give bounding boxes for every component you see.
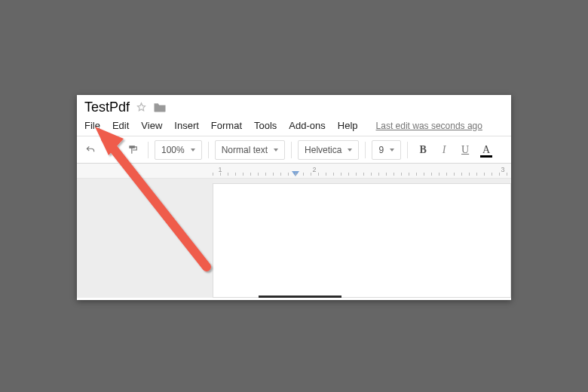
ruler-tick [446, 173, 447, 176]
ruler-tick [296, 173, 296, 176]
italic-button[interactable]: I [435, 140, 453, 160]
ruler-tick [454, 173, 455, 176]
paint-roller-icon [127, 144, 138, 156]
document-area [77, 179, 511, 298]
menubar: File Edit View Insert Format Tools Add-o… [77, 117, 511, 136]
document-title[interactable]: TestPdf [84, 100, 130, 115]
redo-icon [106, 145, 118, 155]
ruler-tick [378, 173, 379, 176]
ruler-tick [439, 173, 439, 176]
menu-help[interactable]: Help [338, 120, 358, 131]
ruler-tick [303, 173, 304, 176]
paragraph-style-select[interactable]: Normal text [215, 140, 285, 160]
toolbar: 100% Normal text Helvetica 9 B I U A [77, 136, 511, 164]
ruler[interactable]: 1 2 3 [77, 164, 511, 179]
page-content-fragment [259, 296, 341, 298]
redo-button[interactable] [103, 140, 121, 160]
document-page[interactable] [213, 183, 511, 298]
menu-view[interactable]: View [141, 120, 162, 131]
ruler-tick [461, 173, 462, 176]
ruler-tick [348, 173, 349, 176]
docs-window: TestPdf File Edit View Insert Format Too… [77, 95, 511, 300]
zoom-select[interactable]: 100% [155, 140, 202, 160]
menu-edit[interactable]: Edit [112, 120, 129, 131]
folder-icon[interactable] [153, 102, 167, 113]
menu-insert[interactable]: Insert [174, 120, 199, 131]
zoom-value: 100% [161, 145, 185, 155]
chevron-down-icon [191, 149, 195, 152]
ruler-tick [318, 173, 319, 176]
bold-button[interactable]: B [414, 140, 432, 160]
last-edit-link[interactable]: Last edit was seconds ago [376, 121, 482, 131]
menu-file[interactable]: File [84, 120, 100, 131]
paint-format-button[interactable] [124, 140, 142, 160]
paragraph-style-value: Normal text [222, 145, 268, 155]
separator [407, 142, 408, 158]
ruler-tick [258, 173, 259, 176]
separator [291, 142, 292, 158]
ruler-tick [326, 173, 326, 176]
ruler-tick [311, 173, 311, 176]
ruler-tick [220, 173, 221, 176]
ruler-tick [476, 173, 477, 176]
menu-addons[interactable]: Add-ons [289, 120, 325, 131]
ruler-tick [228, 173, 228, 176]
menu-format[interactable]: Format [211, 120, 242, 131]
ruler-tick [484, 173, 485, 176]
chevron-down-icon [390, 149, 394, 152]
ruler-tick [363, 173, 364, 176]
ruler-tick [386, 173, 387, 176]
separator [208, 142, 209, 158]
chevron-down-icon [274, 149, 278, 152]
ruler-tick [394, 173, 394, 176]
ruler-tick [333, 173, 334, 176]
ruler-tick [280, 173, 281, 176]
star-icon[interactable] [136, 102, 147, 113]
font-family-select[interactable]: Helvetica [298, 140, 359, 160]
ruler-tick [250, 173, 251, 176]
text-color-button[interactable]: A [477, 140, 495, 160]
underline-button[interactable]: U [456, 140, 474, 160]
ruler-tick [356, 173, 357, 176]
ruler-tick [492, 173, 492, 176]
separator [148, 142, 149, 158]
ruler-tick [409, 173, 409, 176]
ruler-tick [273, 173, 274, 176]
ruler-tick [416, 173, 417, 176]
ruler-tick [243, 173, 243, 176]
font-size-value: 9 [378, 145, 384, 155]
undo-button[interactable] [81, 140, 100, 160]
chevron-down-icon [348, 149, 352, 152]
ruler-tick [507, 173, 507, 176]
ruler-tick [265, 173, 266, 176]
ruler-tick [499, 173, 500, 176]
font-family-value: Helvetica [305, 145, 341, 155]
font-size-select[interactable]: 9 [372, 140, 401, 160]
ruler-tick [371, 173, 372, 176]
ruler-tick [341, 173, 341, 176]
ruler-number: 3 [501, 166, 504, 173]
ruler-tick [288, 173, 289, 176]
ruler-tick [213, 173, 213, 176]
ruler-number: 2 [312, 166, 316, 173]
left-gutter [77, 179, 213, 298]
ruler-tick [235, 173, 236, 176]
ruler-marks: 1 2 3 [213, 164, 511, 178]
ruler-tick [469, 173, 470, 176]
menu-tools[interactable]: Tools [254, 120, 277, 131]
undo-icon [84, 145, 96, 155]
ruler-tick [431, 173, 432, 176]
titlebar: TestPdf [77, 95, 511, 117]
separator [365, 142, 366, 158]
ruler-tick [424, 173, 424, 176]
ruler-tick [401, 173, 402, 176]
